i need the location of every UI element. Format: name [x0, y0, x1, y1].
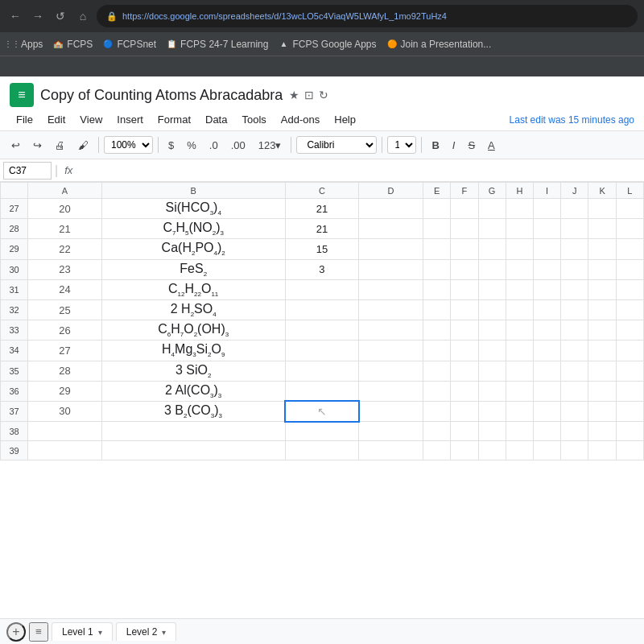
italic-button[interactable]: I: [448, 134, 460, 155]
cell-h-27[interactable]: [506, 199, 533, 219]
cell-j-27[interactable]: [561, 199, 588, 219]
cell-d-35[interactable]: [359, 361, 423, 381]
font-select[interactable]: Calibri: [296, 136, 377, 154]
star-icon[interactable]: ★: [289, 89, 299, 101]
cell-b-39[interactable]: [101, 441, 285, 460]
col-header-j[interactable]: J: [561, 183, 588, 199]
col-header-a[interactable]: A: [28, 183, 101, 199]
bold-button[interactable]: B: [427, 134, 444, 155]
cell-k-39[interactable]: [588, 441, 616, 460]
bookmark-joinpresentation[interactable]: 🟠 Join a Presentation...: [386, 39, 492, 50]
cell-g-38[interactable]: [478, 422, 506, 441]
cell-l-31[interactable]: [616, 279, 643, 299]
cell-h-28[interactable]: [506, 219, 533, 239]
cell-a-29[interactable]: 22: [28, 239, 101, 259]
cell-h-29[interactable]: [506, 239, 533, 259]
col-header-i[interactable]: I: [533, 183, 560, 199]
cell-c-36[interactable]: [285, 381, 358, 401]
cell-k-31[interactable]: [588, 279, 616, 299]
cell-d-29[interactable]: [359, 239, 423, 259]
cell-b-29[interactable]: Ca(H2PO4)2: [101, 239, 285, 259]
col-header-l[interactable]: L: [616, 183, 643, 199]
cell-l-27[interactable]: [616, 199, 643, 219]
percent-button[interactable]: %: [182, 134, 201, 155]
cell-l-37[interactable]: [616, 401, 643, 421]
row-header-31[interactable]: 31: [1, 279, 28, 299]
cell-l-36[interactable]: [616, 381, 643, 401]
menu-file[interactable]: File: [10, 110, 39, 129]
cell-h-37[interactable]: [506, 401, 533, 421]
cell-a-32[interactable]: 25: [28, 299, 101, 320]
cell-g-29[interactable]: [478, 239, 506, 259]
cell-e-36[interactable]: [423, 381, 451, 401]
cell-h-31[interactable]: [506, 279, 533, 299]
cell-j-31[interactable]: [561, 279, 588, 299]
cell-g-37[interactable]: [478, 401, 506, 421]
cell-i-30[interactable]: [533, 259, 560, 279]
tab-level2[interactable]: Level 2 ▾: [116, 622, 177, 641]
tab-level1[interactable]: Level 1 ▾: [52, 622, 113, 641]
row-header-30[interactable]: 30: [1, 259, 28, 279]
cell-a-33[interactable]: 26: [28, 320, 101, 341]
row-header-39[interactable]: 39: [1, 441, 28, 460]
cell-j-36[interactable]: [561, 381, 588, 401]
cell-i-32[interactable]: [533, 299, 560, 320]
cell-c-27[interactable]: 21: [285, 199, 358, 219]
cell-i-29[interactable]: [533, 239, 560, 259]
cell-a-34[interactable]: 27: [28, 341, 101, 361]
cell-e-35[interactable]: [423, 361, 451, 381]
cell-i-33[interactable]: [533, 320, 560, 341]
cell-j-32[interactable]: [561, 299, 588, 320]
cell-d-38[interactable]: [359, 422, 423, 441]
cell-h-38[interactable]: [506, 422, 533, 441]
cell-l-34[interactable]: [616, 341, 643, 361]
cell-e-38[interactable]: [423, 422, 451, 441]
menu-data[interactable]: Data: [199, 110, 233, 129]
cell-j-34[interactable]: [561, 341, 588, 361]
cell-f-27[interactable]: [451, 199, 478, 219]
sheet-menu-button[interactable]: ≡: [29, 622, 48, 642]
more-formats-button[interactable]: 123▾: [254, 134, 287, 155]
cell-g-28[interactable]: [478, 219, 506, 239]
cell-i-27[interactable]: [533, 199, 560, 219]
col-header-e[interactable]: E: [423, 183, 451, 199]
row-header-35[interactable]: 35: [1, 361, 28, 381]
row-header-34[interactable]: 34: [1, 341, 28, 361]
cell-e-34[interactable]: [423, 341, 451, 361]
cell-h-32[interactable]: [506, 299, 533, 320]
cell-c-37[interactable]: ↖: [285, 401, 358, 421]
cell-c-38[interactable]: [285, 422, 358, 441]
menu-view[interactable]: View: [73, 110, 109, 129]
cell-d-33[interactable]: [359, 320, 423, 341]
cell-k-38[interactable]: [588, 422, 616, 441]
cell-j-39[interactable]: [561, 441, 588, 460]
cell-c-28[interactable]: 21: [285, 219, 358, 239]
cell-f-38[interactable]: [451, 422, 478, 441]
cell-b-37[interactable]: 3 B2(CO3)3: [101, 401, 285, 421]
zoom-select[interactable]: 100%: [104, 136, 153, 154]
row-header-32[interactable]: 32: [1, 299, 28, 320]
cell-g-32[interactable]: [478, 299, 506, 320]
cell-l-29[interactable]: [616, 239, 643, 259]
cell-f-30[interactable]: [451, 259, 478, 279]
row-header-33[interactable]: 33: [1, 320, 28, 341]
cell-j-30[interactable]: [561, 259, 588, 279]
bookmark-fcps247[interactable]: 📋 FCPS 24-7 Learning: [166, 39, 268, 50]
col-header-h[interactable]: H: [506, 183, 533, 199]
cell-f-29[interactable]: [451, 239, 478, 259]
cell-g-30[interactable]: [478, 259, 506, 279]
cell-k-29[interactable]: [588, 239, 616, 259]
cell-d-27[interactable]: [359, 199, 423, 219]
row-header-29[interactable]: 29: [1, 239, 28, 259]
cell-g-34[interactable]: [478, 341, 506, 361]
reload-button[interactable]: ↺: [52, 7, 69, 25]
col-header-k[interactable]: K: [588, 183, 616, 199]
cell-b-34[interactable]: H4Mg3Si2O9: [101, 341, 285, 361]
last-edit-text[interactable]: Last edit was 15 minutes ago: [510, 114, 634, 126]
cell-l-39[interactable]: [616, 441, 643, 460]
cell-a-38[interactable]: [28, 422, 101, 441]
currency-button[interactable]: $: [163, 134, 179, 155]
bookmark-apps[interactable]: ⋮⋮ Apps: [6, 39, 43, 50]
cell-g-31[interactable]: [478, 279, 506, 299]
redo-button[interactable]: ↪: [28, 134, 47, 155]
